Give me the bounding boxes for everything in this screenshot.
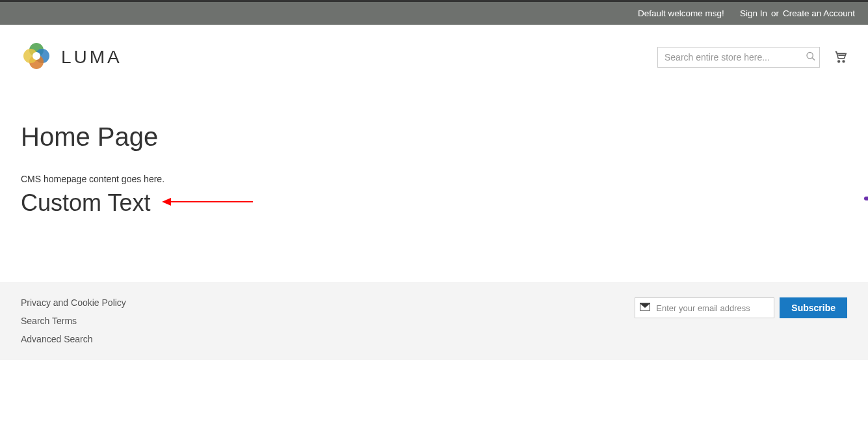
search-icon (806, 51, 816, 64)
arrow-left-icon (162, 196, 253, 210)
sign-in-link[interactable]: Sign In (740, 8, 767, 18)
footer: Privacy and Cookie Policy Search Terms A… (0, 282, 868, 360)
footer-link-advanced-search[interactable]: Advanced Search (21, 334, 126, 344)
main-content: Home Page CMS homepage content goes here… (0, 90, 868, 282)
logo-icon (21, 40, 52, 74)
footer-link-privacy[interactable]: Privacy and Cookie Policy (21, 297, 126, 308)
newsletter-email-input[interactable] (635, 297, 774, 318)
scroll-indicator (864, 197, 868, 200)
custom-heading: Custom Text (21, 189, 150, 217)
svg-line-6 (812, 58, 815, 61)
cms-placeholder-text: CMS homepage content goes here. (21, 174, 847, 184)
svg-point-4 (33, 52, 40, 60)
search-button[interactable] (806, 51, 816, 64)
subscribe-button[interactable]: Subscribe (780, 297, 847, 318)
svg-point-5 (807, 53, 813, 59)
mail-icon (640, 302, 650, 314)
topbar: Default welcome msg! Sign In or Create a… (0, 2, 868, 25)
svg-point-7 (838, 60, 840, 62)
topbar-border: Default welcome msg! Sign In or Create a… (0, 0, 868, 25)
newsletter-form: Subscribe (635, 297, 847, 318)
cart-icon (833, 56, 847, 66)
footer-links: Privacy and Cookie Policy Search Terms A… (21, 297, 126, 344)
page-title: Home Page (21, 122, 847, 152)
header: LUMA (0, 25, 868, 90)
cart-button[interactable] (833, 49, 847, 66)
svg-point-8 (843, 60, 845, 62)
topbar-or: or (771, 8, 779, 18)
logo[interactable]: LUMA (21, 40, 122, 74)
create-account-link[interactable]: Create an Account (783, 8, 855, 18)
welcome-message: Default welcome msg! (638, 8, 724, 18)
svg-marker-10 (162, 198, 171, 206)
search-box (657, 47, 820, 68)
footer-link-search-terms[interactable]: Search Terms (21, 316, 126, 326)
header-right (657, 47, 847, 68)
search-input[interactable] (657, 47, 820, 68)
custom-text-row: Custom Text (21, 189, 847, 217)
logo-text: LUMA (61, 47, 122, 68)
newsletter-input-wrap (635, 297, 774, 318)
